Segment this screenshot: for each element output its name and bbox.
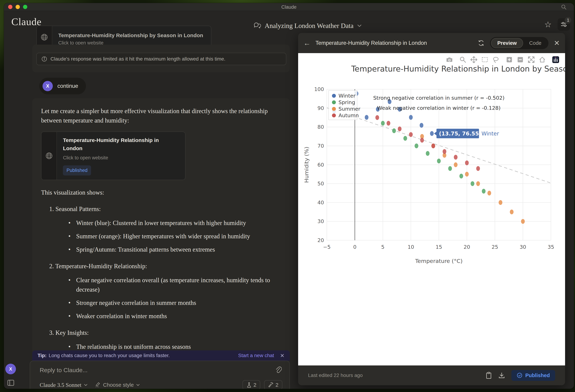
- tip-text: Long chats cause you to reach your usage…: [49, 353, 170, 358]
- svg-text:(13.75, 76.55): (13.75, 76.55): [439, 131, 481, 137]
- user-message-text: continue: [57, 83, 78, 89]
- section-title: 3. Key Insights:: [49, 328, 279, 338]
- hammer-icon: [268, 382, 274, 388]
- autoscale-icon[interactable]: [528, 56, 535, 63]
- start-new-chat-link[interactable]: Start a new chat: [238, 353, 274, 358]
- account-avatar-button[interactable]: X: [5, 364, 16, 374]
- tip-bar: Tip: Long chats cause you to reach your …: [32, 350, 290, 361]
- close-panel-icon[interactable]: ✕: [554, 39, 560, 47]
- composer[interactable]: Reply to Claude... Claude 3.5 Sonnet Cho…: [30, 361, 290, 389]
- svg-text:15: 15: [436, 244, 442, 250]
- svg-text:Strong negative correlation in: Strong negative correlation in summer (r…: [373, 95, 504, 101]
- section-title: 2. Temperature-Humidity Relationship:: [49, 261, 279, 271]
- list-section: 1. Seasonal Patterns:Winter (blue): Clus…: [49, 204, 279, 254]
- svg-text:0: 0: [353, 244, 357, 250]
- plotly-logo-icon[interactable]: [552, 56, 559, 63]
- chart-area: Temperature-Humidity Relationship in Lon…: [298, 53, 565, 366]
- artifact-card-title: Temperature-Humidity Relationship by Sea…: [58, 32, 203, 38]
- copy-clipboard-icon[interactable]: [485, 372, 492, 379]
- titlebar-app-name: Claude: [4, 4, 574, 10]
- sidebar-toggle-button[interactable]: [7, 380, 14, 387]
- published-button[interactable]: Published: [511, 370, 555, 381]
- back-arrow-icon[interactable]: ←: [303, 40, 311, 46]
- model-selector[interactable]: Claude 3.5 Sonnet: [40, 382, 88, 388]
- star-favorite-button[interactable]: ☆: [544, 20, 551, 28]
- chevron-down-icon: [136, 384, 140, 386]
- list-item: Spring/Autumn: Transitional patterns bet…: [76, 245, 279, 254]
- svg-text:Spring: Spring: [338, 99, 355, 105]
- artifact-panel: ← Temperature-Humidity Relationship in L…: [298, 33, 565, 385]
- svg-text:5: 5: [381, 244, 384, 250]
- download-icon[interactable]: [498, 372, 505, 379]
- length-limit-notice: Claude's response was limited as it hit …: [36, 53, 286, 65]
- svg-text:25: 25: [492, 244, 498, 250]
- svg-text:70: 70: [317, 143, 324, 149]
- search-icon[interactable]: [561, 4, 567, 11]
- conversation-title: Analyzing London Weather Data: [265, 22, 354, 30]
- svg-text:20: 20: [317, 237, 324, 243]
- choose-style-button[interactable]: Choose style: [95, 382, 140, 388]
- hammer-counter-button[interactable]: 2: [264, 380, 282, 389]
- zoom-in-icon[interactable]: [506, 56, 513, 63]
- chevron-down-icon: [84, 384, 88, 386]
- flask-icon: [246, 382, 252, 388]
- zoom-icon[interactable]: [459, 56, 466, 63]
- lasso-select-icon[interactable]: [492, 56, 499, 63]
- assistant-intro: Let me create a simpler but more effecti…: [41, 106, 279, 125]
- tip-label: Tip:: [38, 353, 47, 358]
- conversation-title-menu[interactable]: Analyzing London Weather Data: [253, 22, 362, 30]
- flask-counter-button[interactable]: 2: [242, 380, 260, 389]
- user-avatar: X: [43, 81, 53, 91]
- assistant-message: Let me create a simpler but more effecti…: [32, 98, 290, 389]
- svg-text:35: 35: [548, 244, 554, 250]
- svg-text:Temperature (°C): Temperature (°C): [415, 258, 463, 264]
- section-title: 1. Seasonal Patterns:: [49, 204, 279, 214]
- reply-input[interactable]: Reply to Claude...: [40, 367, 88, 374]
- svg-text:Winter: Winter: [338, 93, 356, 99]
- svg-text:10: 10: [407, 244, 414, 250]
- svg-text:Winter: Winter: [481, 131, 499, 137]
- app-window: Claude Claude Analyzing London Weather D…: [4, 3, 574, 389]
- svg-text:30: 30: [317, 218, 324, 224]
- close-tip-icon[interactable]: ✕: [280, 352, 285, 359]
- shows-heading: This visualization shows:: [41, 188, 279, 197]
- box-select-icon[interactable]: [481, 56, 488, 63]
- artifact-card-inline[interactable]: Temperature-Humidity Relationship in Lon…: [41, 132, 186, 180]
- tab-code[interactable]: Code: [523, 38, 547, 48]
- zoom-out-icon[interactable]: [517, 56, 524, 63]
- svg-text:Weak negative correlation in w: Weak negative correlation in winter (r =…: [377, 105, 501, 111]
- svg-text:Temperature-Humidity Relations: Temperature-Humidity Relationship in Lon…: [351, 64, 565, 73]
- svg-text:50: 50: [317, 181, 324, 187]
- scatter-chart: Temperature-Humidity Relationship in Lon…: [298, 53, 565, 345]
- pan-icon[interactable]: [471, 56, 477, 63]
- reset-axes-home-icon[interactable]: [539, 56, 546, 63]
- list-item: Stronger negative correlation in summer …: [76, 298, 279, 308]
- attach-file-button[interactable]: [275, 366, 282, 374]
- user-message: X continue: [39, 78, 86, 94]
- svg-text:100: 100: [314, 86, 324, 92]
- list-item: The relationship is not uniform across s…: [76, 342, 279, 351]
- preview-code-toggle: Preview Code: [490, 37, 549, 49]
- list-item: Weaker correlation in winter months: [76, 311, 279, 321]
- svg-text:30: 30: [520, 244, 526, 250]
- titlebar: Claude: [4, 3, 574, 11]
- camera-icon[interactable]: [446, 56, 453, 63]
- sidebar-icon: [7, 380, 14, 386]
- notification-badge: 1: [564, 17, 572, 24]
- artifact-card-subtitle: Click to open website: [63, 154, 179, 161]
- artifact-panel-header: ← Temperature-Humidity Relationship in L…: [298, 33, 565, 53]
- svg-text:60: 60: [317, 162, 324, 168]
- claude-logo: Claude: [11, 16, 42, 28]
- refresh-icon[interactable]: [478, 40, 485, 46]
- tab-preview[interactable]: Preview: [491, 38, 523, 48]
- paperclip-icon: [275, 366, 282, 373]
- svg-text:Humidity (%): Humidity (%): [303, 147, 310, 183]
- last-edited-label: Last edited 22 hours ago: [308, 372, 363, 378]
- svg-text:20: 20: [464, 244, 470, 250]
- chat-column: Temperature-Humidity Relationship by Sea…: [4, 32, 296, 389]
- svg-text:90: 90: [317, 105, 324, 111]
- published-chip: Published: [63, 165, 91, 175]
- chevron-down-icon: [357, 24, 362, 27]
- settings-sliders-button[interactable]: 1: [558, 18, 570, 31]
- chat-bubbles-icon: [253, 22, 261, 30]
